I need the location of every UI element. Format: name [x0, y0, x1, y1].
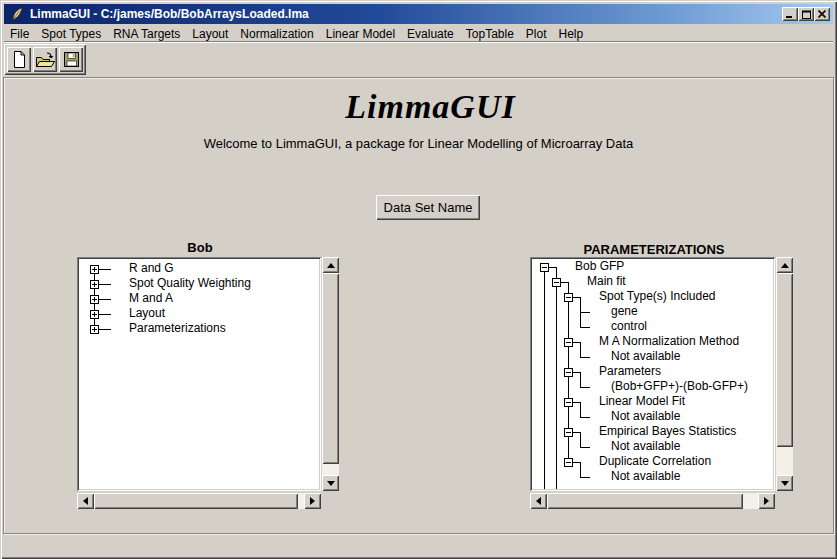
- up-arrow-icon: [327, 263, 335, 268]
- bob-tree-vertical-scrollbar[interactable]: [322, 257, 339, 491]
- tree-collapse-icon[interactable]: [564, 398, 573, 407]
- tree-item-label[interactable]: M A Normalization Method: [599, 334, 739, 349]
- save-file-button[interactable]: [59, 47, 83, 72]
- tree-connector-line: [580, 477, 590, 478]
- maximize-button[interactable]: [798, 7, 814, 21]
- tree-expand-icon[interactable]: [90, 310, 99, 319]
- param-tree-vertical-scrollbar[interactable]: [776, 257, 793, 491]
- tree-connector-line: [580, 447, 590, 448]
- tree-connector-line: [98, 299, 111, 300]
- tree-item-label[interactable]: Spot Type(s) Included: [599, 289, 716, 304]
- tree-connector-line: [572, 462, 581, 463]
- scroll-thumb[interactable]: [776, 273, 793, 447]
- tree-expand-icon[interactable]: [90, 295, 99, 304]
- menu-separator: [4, 41, 833, 43]
- menu-item-spot-types[interactable]: Spot Types: [35, 26, 107, 42]
- tree-connector-line: [572, 432, 581, 433]
- tree-item-label[interactable]: Linear Model Fit: [599, 394, 685, 409]
- minimize-button[interactable]: [782, 7, 798, 21]
- tree-collapse-icon[interactable]: [564, 428, 573, 437]
- menu-item-rna-targets[interactable]: RNA Targets: [107, 26, 186, 42]
- tree-item-label[interactable]: control: [611, 319, 647, 334]
- menu-item-linear-model[interactable]: Linear Model: [320, 26, 401, 42]
- tree-expand-icon[interactable]: [90, 280, 99, 289]
- menu-bar: FileSpot TypesRNA TargetsLayoutNormaliza…: [4, 25, 833, 42]
- scroll-left-button[interactable]: [77, 493, 94, 509]
- tree-connector-line: [580, 327, 590, 328]
- tree-collapse-icon[interactable]: [564, 293, 573, 302]
- menu-item-plot[interactable]: Plot: [520, 26, 553, 42]
- status-bar: [3, 535, 834, 556]
- right-arrow-icon: [310, 497, 315, 505]
- tree-collapse-icon[interactable]: [552, 278, 561, 287]
- menu-item-normalization[interactable]: Normalization: [234, 26, 319, 42]
- tree-item-label[interactable]: Parameters: [599, 364, 661, 379]
- new-file-button[interactable]: [7, 47, 31, 72]
- tree-connector-line: [572, 297, 581, 298]
- menu-item-toptable[interactable]: TopTable: [460, 26, 520, 42]
- tree-item-label[interactable]: Not available: [611, 349, 680, 364]
- tree-expand-icon[interactable]: [90, 325, 99, 334]
- tree-connector-line: [544, 267, 545, 489]
- close-button[interactable]: [814, 7, 830, 21]
- left-tree-header: Bob: [77, 240, 323, 255]
- tree-item-label[interactable]: Bob GFP: [575, 259, 624, 274]
- tree-item-label[interactable]: Not available: [611, 439, 680, 454]
- menu-item-file[interactable]: File: [4, 26, 35, 42]
- tree-connector-line: [560, 282, 569, 283]
- menu-item-evaluate[interactable]: Evaluate: [401, 26, 460, 42]
- data-set-name-button[interactable]: Data Set Name: [376, 195, 480, 220]
- up-arrow-icon: [781, 263, 789, 268]
- window-title: LimmaGUI - C:/james/Bob/BobArraysLoaded.…: [30, 7, 782, 21]
- tree-item-label[interactable]: Parameterizations: [129, 321, 226, 336]
- scroll-right-button[interactable]: [304, 493, 321, 509]
- scroll-thumb[interactable]: [547, 493, 743, 509]
- scroll-left-button[interactable]: [530, 493, 547, 509]
- tree-collapse-icon[interactable]: [564, 368, 573, 377]
- tree-item-label[interactable]: Not available: [611, 469, 680, 484]
- tree-item-label[interactable]: Not available: [611, 409, 680, 424]
- tree-item-label[interactable]: gene: [611, 304, 638, 319]
- scroll-thumb[interactable]: [322, 273, 339, 464]
- tree-collapse-icon[interactable]: [564, 338, 573, 347]
- bob-tree-horizontal-scrollbar[interactable]: [77, 493, 321, 509]
- tree-item-label[interactable]: Layout: [129, 306, 165, 321]
- tree-item-label[interactable]: Main fit: [587, 274, 626, 289]
- tree-connector-line: [580, 372, 581, 387]
- tree-connector-line: [572, 342, 581, 343]
- tree-item-label[interactable]: Empirical Bayes Statistics: [599, 424, 736, 439]
- tree-collapse-icon[interactable]: [540, 263, 549, 272]
- scroll-thumb[interactable]: [94, 493, 298, 509]
- scroll-up-button[interactable]: [322, 257, 339, 273]
- tree-item-label[interactable]: Duplicate Correlation: [599, 454, 711, 469]
- open-file-button[interactable]: [33, 47, 57, 72]
- scroll-up-button[interactable]: [776, 257, 793, 273]
- tree-collapse-icon[interactable]: [564, 458, 573, 467]
- close-icon: [818, 10, 826, 18]
- tree-connector-line: [572, 402, 581, 403]
- tree-item-label[interactable]: R and G: [129, 261, 174, 276]
- tree-connector-line: [572, 372, 581, 373]
- scroll-down-button[interactable]: [322, 475, 339, 491]
- menu-item-help[interactable]: Help: [553, 26, 590, 42]
- bob-tree-panel: R and GSpot Quality WeightingM and ALayo…: [77, 257, 321, 491]
- app-window: LimmaGUI - C:/james/Bob/BobArraysLoaded.…: [0, 0, 837, 559]
- scroll-right-button[interactable]: [758, 493, 775, 509]
- tree-connector-line: [580, 357, 590, 358]
- new-file-icon: [10, 50, 28, 69]
- parameterizations-tree-panel: Bob GFPMain fitSpot Type(s) Includedgene…: [530, 257, 775, 491]
- save-floppy-icon: [63, 51, 80, 68]
- tree-item-label[interactable]: Spot Quality Weighting: [129, 276, 251, 291]
- tk-feather-icon: [10, 7, 24, 22]
- right-arrow-icon: [764, 497, 769, 505]
- tree-item-label[interactable]: (Bob+GFP+)-(Bob-GFP+): [611, 379, 748, 394]
- tree-connector-line: [98, 269, 111, 270]
- menu-item-layout[interactable]: Layout: [186, 26, 234, 42]
- tree-item-label[interactable]: M and A: [129, 291, 173, 306]
- down-arrow-icon: [781, 481, 789, 486]
- scroll-down-button[interactable]: [776, 475, 793, 491]
- param-tree-horizontal-scrollbar[interactable]: [530, 493, 775, 509]
- bob-tree-canvas: R and GSpot Quality WeightingM and ALayo…: [79, 259, 319, 489]
- title-bar: LimmaGUI - C:/james/Bob/BobArraysLoaded.…: [4, 4, 833, 24]
- tree-expand-icon[interactable]: [90, 265, 99, 274]
